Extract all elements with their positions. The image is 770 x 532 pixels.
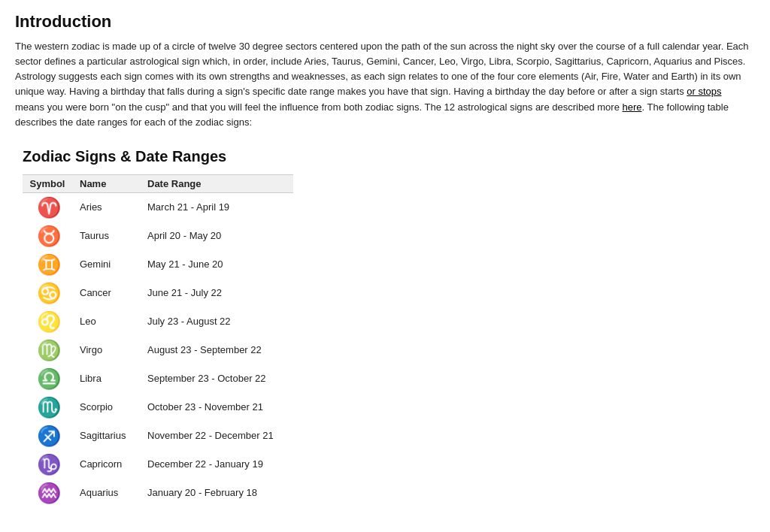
zodiac-name: Capricorn [75,450,143,479]
table-row: ♉TaurusApril 20 - May 20 [23,222,293,250]
zodiac-date-range: April 20 - May 20 [143,222,293,250]
table-row: ♋CancerJune 21 - July 22 [23,279,293,307]
zodiac-symbol: ♐ [23,422,75,450]
zodiac-symbol: ♊ [23,250,75,279]
table-row: ♌LeoJuly 23 - August 22 [23,307,293,336]
table-row: ♐SagittariusNovember 22 - December 21 [23,422,293,450]
zodiac-table-section: Zodiac Signs & Date Ranges Symbol Name D… [23,148,755,507]
zodiac-name: Aquarius [75,479,143,507]
zodiac-name: Gemini [75,250,143,279]
zodiac-symbol: ♒ [23,479,75,507]
zodiac-symbol: ♎ [23,364,75,393]
zodiac-symbol: ♋ [23,279,75,307]
table-row: ♎LibraSeptember 23 - October 22 [23,364,293,393]
zodiac-name: Sagittarius [75,422,143,450]
zodiac-symbol: ♉ [23,222,75,250]
zodiac-date-range: March 21 - April 19 [143,192,293,222]
here-link[interactable]: here [623,101,642,113]
zodiac-name: Libra [75,364,143,393]
table-row: ♈AriesMarch 21 - April 19 [23,192,293,222]
zodiac-symbol: ♍ [23,336,75,364]
zodiac-name: Scorpio [75,393,143,422]
zodiac-name: Cancer [75,279,143,307]
zodiac-name: Aries [75,192,143,222]
or-stops-link[interactable]: or stops [687,86,721,97]
col-header-symbol: Symbol [23,174,75,192]
zodiac-date-range: October 23 - November 21 [143,393,293,422]
table-row: ♍VirgoAugust 23 - September 22 [23,336,293,364]
zodiac-name: Virgo [75,336,143,364]
zodiac-signs-table: Symbol Name Date Range ♈AriesMarch 21 - … [23,174,293,507]
table-title: Zodiac Signs & Date Ranges [23,148,755,165]
zodiac-date-range: August 23 - September 22 [143,336,293,364]
intro-paragraph: The western zodiac is made up of a circl… [15,39,752,130]
zodiac-symbol: ♌ [23,307,75,336]
col-header-range: Date Range [143,174,293,192]
zodiac-date-range: January 20 - February 18 [143,479,293,507]
col-header-name: Name [75,174,143,192]
zodiac-symbol: ♑ [23,450,75,479]
zodiac-symbol: ♈ [23,192,75,222]
zodiac-date-range: November 22 - December 21 [143,422,293,450]
table-row: ♊GeminiMay 21 - June 20 [23,250,293,279]
zodiac-name: Leo [75,307,143,336]
table-row: ♑CapricornDecember 22 - January 19 [23,450,293,479]
zodiac-date-range: June 21 - July 22 [143,279,293,307]
page-title: Introduction [15,12,755,32]
table-row: ♒AquariusJanuary 20 - February 18 [23,479,293,507]
intro-text-middle: means you were born "on the cusp" and th… [15,101,623,113]
table-row: ♏ScorpioOctober 23 - November 21 [23,393,293,422]
zodiac-date-range: December 22 - January 19 [143,450,293,479]
zodiac-name: Taurus [75,222,143,250]
zodiac-date-range: September 23 - October 22 [143,364,293,393]
zodiac-date-range: May 21 - June 20 [143,250,293,279]
zodiac-date-range: July 23 - August 22 [143,307,293,336]
zodiac-symbol: ♏ [23,393,75,422]
intro-text-before-link1: The western zodiac is made up of a circl… [15,41,749,97]
